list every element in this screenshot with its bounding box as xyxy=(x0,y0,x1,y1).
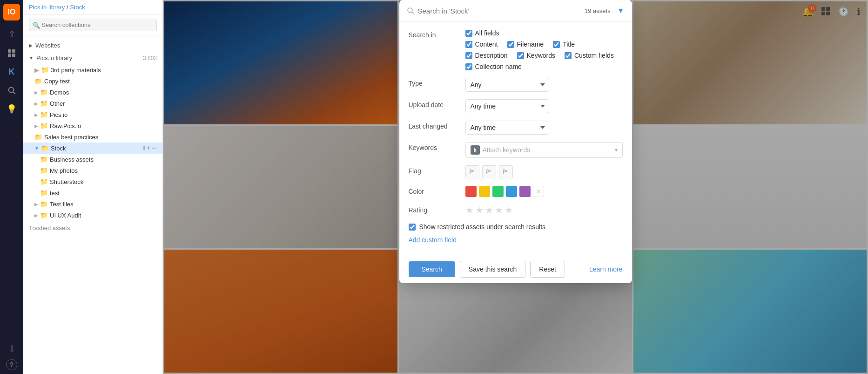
flag-none-btn[interactable] xyxy=(465,165,479,178)
color-none-btn[interactable] xyxy=(533,186,544,197)
search-panel-search-icon xyxy=(407,7,414,14)
upload-icon[interactable]: ⇧ xyxy=(3,26,20,43)
checkbox-all-fields[interactable]: All fields xyxy=(465,29,623,37)
upload-date-label: Upload date xyxy=(409,99,460,109)
sidebar-item-test-label: test xyxy=(50,190,157,197)
color-purple-btn[interactable] xyxy=(519,186,531,197)
sidebar-item-test-files[interactable]: ▶ 📁 Test files xyxy=(23,198,162,210)
checkbox-filename-label: Filename xyxy=(517,41,544,48)
sidebar-item-ui-ux-label: UI UX Audit xyxy=(50,212,157,219)
star-2[interactable]: ★ xyxy=(475,204,484,216)
collections-icon[interactable] xyxy=(3,45,20,61)
save-search-button[interactable]: Save this search xyxy=(460,261,526,278)
file-tree-panel: Pics.io library / Stock 🔍 ▶ Websites ▼ P… xyxy=(23,0,163,374)
checkbox-collection-name-input[interactable] xyxy=(465,63,472,70)
sidebar-item-business-assets[interactable]: 📁 Business assets xyxy=(23,154,162,165)
search-panel-footer: Search Save this search Reset Learn more xyxy=(399,255,632,283)
checkbox-filename-input[interactable] xyxy=(507,41,514,48)
checkbox-custom-fields-input[interactable] xyxy=(565,52,572,59)
sidebar-item-sales[interactable]: 📁 Sales best practices xyxy=(23,131,162,143)
sidebar-item-shutterstock[interactable]: 📁 Shutterstock xyxy=(23,176,162,187)
sidebar-item-copy-test[interactable]: 📁 Copy test xyxy=(23,75,162,87)
sidebar-item-picsio-label: Pics.io xyxy=(50,111,157,118)
checkbox-title[interactable]: Title xyxy=(553,41,575,48)
search-panel-header: 19 assets ▼ xyxy=(399,0,632,22)
checkbox-content-input[interactable] xyxy=(465,41,472,48)
more-stock-icon[interactable]: ⋯ xyxy=(151,145,157,151)
color-red-btn[interactable] xyxy=(465,186,477,197)
app-logo[interactable]: IO xyxy=(3,4,20,20)
checkbox-keywords[interactable]: Keywords xyxy=(517,52,555,59)
color-blue-btn[interactable] xyxy=(506,186,517,197)
add-custom-field-link[interactable]: Add custom field xyxy=(409,236,457,244)
svg-rect-1 xyxy=(12,49,15,53)
lightbulb-icon[interactable]: 💡 xyxy=(3,101,20,117)
sidebar-item-stock[interactable]: ▼ 📁 Stock ⇧ + ⋯ xyxy=(23,143,162,154)
checkbox-description-input[interactable] xyxy=(465,52,472,59)
sidebar-item-my-photos-label: My photos xyxy=(50,167,157,174)
keywords-label: Keywords xyxy=(409,142,460,151)
checkbox-content[interactable]: Content xyxy=(465,41,498,48)
star-3[interactable]: ★ xyxy=(485,204,493,216)
flag-green-btn[interactable] xyxy=(482,165,496,178)
trashed-assets-label[interactable]: Trashed assets xyxy=(23,221,162,235)
checkbox-title-label: Title xyxy=(563,41,575,48)
sidebar-item-ui-ux[interactable]: ▶ 📁 UI UX Audit xyxy=(23,210,162,221)
breadcrumb-picsio[interactable]: Pics.io library xyxy=(29,4,65,11)
chevron-raw-icon: ▶ xyxy=(34,123,38,129)
sidebar-item-test[interactable]: 📁 test xyxy=(23,187,162,198)
download-nav-icon[interactable]: ⇩ xyxy=(3,340,20,357)
sidebar-item-demos-label: Demos xyxy=(50,89,157,96)
checkbox-collection-name[interactable]: Collection name xyxy=(465,63,623,70)
last-changed-select[interactable]: Any time Today This week This month This… xyxy=(465,121,549,135)
checkbox-custom-fields[interactable]: Custom fields xyxy=(565,52,614,59)
breadcrumb-stock[interactable]: Stock xyxy=(70,4,85,11)
sidebar-item-picsio[interactable]: ▶ 📁 Pics.io xyxy=(23,109,162,120)
sidebar-section-websites[interactable]: ▶ Websites xyxy=(23,39,162,52)
chevron-picsio-icon: ▶ xyxy=(34,112,38,117)
color-yellow-btn[interactable] xyxy=(479,186,490,197)
sidebar-item-other[interactable]: ▶ 📁 Other xyxy=(23,98,162,109)
sidebar-section-picsio[interactable]: ▼ Pics.io library 3 803 xyxy=(23,52,162,64)
reset-button[interactable]: Reset xyxy=(530,261,565,278)
checkbox-filename[interactable]: Filename xyxy=(507,41,544,48)
svg-rect-2 xyxy=(8,54,11,57)
sidebar-item-my-photos[interactable]: 📁 My photos xyxy=(23,165,162,176)
learn-more-button[interactable]: Learn more xyxy=(589,265,623,273)
help-icon[interactable]: ? xyxy=(6,359,17,370)
search-nav-icon[interactable] xyxy=(3,82,20,99)
svg-point-10 xyxy=(408,8,412,13)
sidebar-item-3rd-party[interactable]: ▶ 📁 3rd party materials xyxy=(23,64,162,75)
collection-search-wrap: 🔍 xyxy=(23,15,162,35)
sidebar-item-raw-picsio[interactable]: ▶ 📁 Raw.Pics.io xyxy=(23,120,162,131)
search-input[interactable] xyxy=(418,7,581,15)
checkbox-all-fields-input[interactable] xyxy=(465,30,472,37)
keywords-field[interactable]: k Attach keywords ▾ xyxy=(465,142,623,158)
checkbox-description[interactable]: Description xyxy=(465,52,508,59)
flag-options xyxy=(465,165,623,178)
sidebar-picsio-count: 3 803 xyxy=(143,55,157,61)
filter-icon[interactable]: ▼ xyxy=(617,7,625,15)
color-green-btn[interactable] xyxy=(492,186,504,197)
collection-search-input[interactable] xyxy=(29,19,157,31)
upload-to-stock-icon[interactable]: ⇧ xyxy=(141,145,146,151)
last-changed-content: Any time Today This week This month This… xyxy=(465,121,623,135)
add-to-stock-icon[interactable]: + xyxy=(147,145,150,151)
star-5[interactable]: ★ xyxy=(505,204,513,216)
star-4[interactable]: ★ xyxy=(495,204,503,216)
type-select[interactable]: Any Image Video Document Audio xyxy=(465,78,549,92)
upload-date-select[interactable]: Any time Today This week This month This… xyxy=(465,99,549,113)
type-content: Any Image Video Document Audio xyxy=(465,78,623,92)
checkbox-keywords-input[interactable] xyxy=(517,52,524,59)
show-restricted-checkbox[interactable] xyxy=(409,224,416,231)
tag-icon[interactable]: K xyxy=(3,63,20,80)
show-restricted-label[interactable]: Show restricted assets under search resu… xyxy=(409,223,623,231)
star-1[interactable]: ★ xyxy=(465,204,474,216)
keywords-content: k Attach keywords ▾ xyxy=(465,142,623,158)
icon-bar: IO ⇧ K 💡 ⇩ ? xyxy=(0,0,23,374)
flag-red-btn[interactable] xyxy=(499,165,513,178)
checkbox-title-input[interactable] xyxy=(553,41,560,48)
checkbox-description-label: Description xyxy=(475,52,508,59)
search-button[interactable]: Search xyxy=(409,261,455,277)
sidebar-item-demos[interactable]: ▶ 📁 Demos xyxy=(23,87,162,98)
